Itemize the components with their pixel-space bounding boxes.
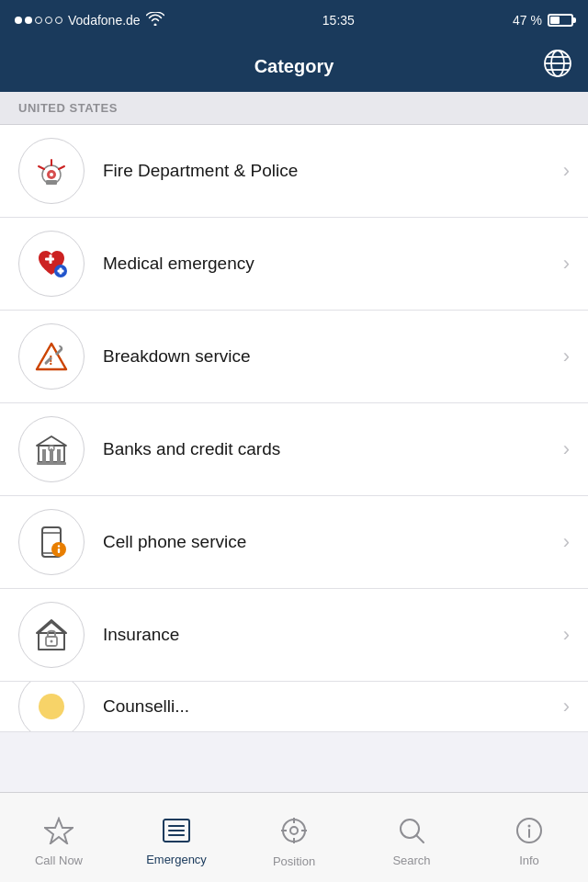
chevron-icon: › <box>563 252 570 276</box>
insurance-icon-wrap <box>18 602 85 668</box>
globe-icon[interactable] <box>542 48 573 85</box>
search-icon <box>398 817 425 849</box>
nav-bar: Category <box>0 40 588 92</box>
tab-call-now[interactable]: Call Now <box>0 808 118 867</box>
list-item[interactable]: Medical emergency › <box>0 218 588 311</box>
chevron-icon: › <box>563 159 570 183</box>
counseling-icon-wrap <box>18 682 85 732</box>
svg-rect-13 <box>58 270 64 273</box>
battery-percent: 47 % <box>513 13 542 28</box>
tab-position-label: Position <box>273 854 315 868</box>
tab-search[interactable]: Search <box>353 808 470 867</box>
star-icon <box>44 817 74 849</box>
svg-point-40 <box>290 827 298 834</box>
breakdown-label: Breakdown service <box>103 346 556 367</box>
battery-icon <box>548 14 573 27</box>
tab-bar: Call Now Emergency Position <box>0 792 588 882</box>
crosshair-icon <box>279 816 309 850</box>
carrier-label: Vodafone.de <box>68 13 141 28</box>
fire-police-icon-wrap <box>18 138 85 204</box>
wifi-icon <box>146 12 164 29</box>
signal-dots <box>15 17 62 24</box>
main-content: UNITED STATES Fire Department & Police › <box>0 92 588 792</box>
svg-marker-20 <box>37 436 66 446</box>
svg-point-33 <box>39 694 64 719</box>
counseling-label: Counselli... <box>103 696 556 717</box>
status-right: 47 % <box>513 13 573 28</box>
battery-fill <box>550 17 560 24</box>
svg-point-8 <box>50 173 53 176</box>
dot4 <box>45 17 52 24</box>
svg-point-32 <box>51 640 53 643</box>
bank-label: Banks and credit cards <box>103 439 556 459</box>
chevron-icon: › <box>563 623 570 647</box>
svg-point-28 <box>58 545 60 547</box>
list-item[interactable]: Banks and credit cards › <box>0 403 588 496</box>
svg-rect-10 <box>45 258 54 261</box>
category-list: Fire Department & Police › Medical emerg… <box>0 125 588 732</box>
chevron-icon: › <box>563 345 570 368</box>
status-bar: Vodafone.de 15:35 47 % <box>0 0 588 40</box>
chevron-icon: › <box>563 530 570 554</box>
dot3 <box>35 17 42 24</box>
list-item[interactable]: Insurance › <box>0 589 588 682</box>
svg-rect-17 <box>42 449 46 462</box>
insurance-label: Insurance <box>103 625 556 645</box>
info-icon <box>515 817 543 849</box>
chevron-icon: › <box>563 695 570 718</box>
medical-label: Medical emergency <box>103 254 556 274</box>
fire-police-label: Fire Department & Police <box>103 161 556 181</box>
dot2 <box>25 17 32 24</box>
list-icon <box>162 818 191 848</box>
section-header: UNITED STATES <box>0 92 588 125</box>
chevron-icon: › <box>563 437 570 461</box>
tab-call-now-label: Call Now <box>35 854 83 867</box>
svg-rect-6 <box>46 180 57 185</box>
list-item[interactable]: ! Breakdown service › <box>0 311 588 403</box>
bank-icon-wrap <box>18 416 85 482</box>
status-left: Vodafone.de <box>15 12 164 29</box>
tab-emergency-label: Emergency <box>146 853 207 866</box>
svg-marker-34 <box>45 819 73 843</box>
cellphone-label: Cell phone service <box>103 532 556 552</box>
list-item[interactable]: Cell phone service › <box>0 496 588 589</box>
tab-position[interactable]: Position <box>235 807 353 868</box>
tab-info-label: Info <box>519 854 539 867</box>
svg-rect-21 <box>37 462 66 465</box>
tab-emergency[interactable]: Emergency <box>118 808 235 866</box>
svg-line-46 <box>416 835 424 842</box>
cellphone-icon-wrap <box>18 509 85 575</box>
svg-rect-29 <box>58 548 60 553</box>
breakdown-icon-wrap: ! <box>18 323 85 390</box>
page-title: Category <box>254 56 334 77</box>
list-item[interactable]: Fire Department & Police › <box>0 125 588 218</box>
list-item[interactable]: Counselli... › <box>0 682 588 732</box>
tab-search-label: Search <box>392 854 430 867</box>
tab-info[interactable]: Info <box>470 808 588 867</box>
svg-rect-19 <box>57 449 61 462</box>
time-label: 15:35 <box>322 13 355 28</box>
dot1 <box>15 17 22 24</box>
svg-point-48 <box>528 825 531 828</box>
dot5 <box>55 17 62 24</box>
medical-icon-wrap <box>18 231 85 297</box>
